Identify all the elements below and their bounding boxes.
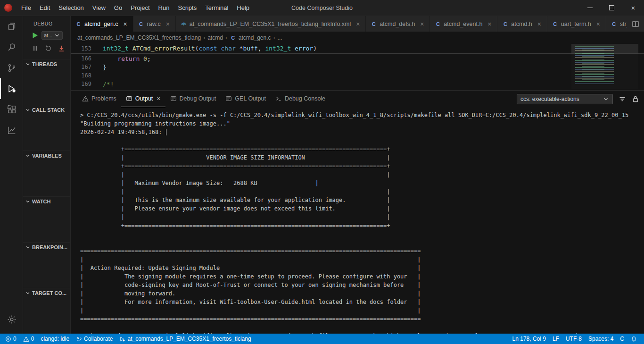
code-editor[interactable]: 166 return 0;167}168169/*! 153int32_t AT… [71, 44, 644, 90]
activity-settings[interactable] [0, 309, 23, 330]
error-icon [5, 336, 11, 342]
close-icon[interactable]: × [157, 95, 160, 102]
activity-source-control[interactable] [0, 58, 23, 78]
breadcrumb: at_commands_LP_EM_CC35X1_freertos_ticlan… [71, 32, 644, 44]
split-editor-icon[interactable] [632, 20, 639, 28]
breadcrumb-item[interactable]: at_commands_LP_EM_CC35X1_freertos_ticlan… [77, 34, 201, 41]
tab-label: atcmd_event.h [444, 21, 482, 27]
menu-view[interactable]: View [88, 0, 110, 16]
panel-tab-label: Output [135, 95, 153, 102]
output-icon [170, 95, 177, 102]
panel-tab-bar: ProblemsOutput×Debug OutputGEL OutputDeb… [77, 91, 330, 107]
minimize-button[interactable] [579, 0, 601, 16]
start-debug-icon[interactable] [31, 31, 39, 40]
output-line: | This is the maximum size available for… [80, 196, 644, 204]
lock-icon[interactable] [632, 95, 639, 103]
code-text: int32_t ATCmd_errorResult(const char *bu… [91, 45, 317, 52]
menu-scripts[interactable]: Scripts [173, 0, 201, 16]
output-line: | | [80, 170, 644, 179]
filter-icon[interactable] [619, 95, 626, 103]
breadcrumb-separator-icon: › [273, 34, 275, 41]
tab-uart-term-h[interactable]: Cuart_term.h× [547, 16, 606, 32]
close-icon[interactable]: × [486, 20, 493, 28]
menu-run[interactable]: Run [154, 0, 174, 16]
status-indentation[interactable]: Spaces: 4 [585, 334, 617, 344]
breadcrumb-item[interactable]: ... [278, 34, 282, 41]
section-header-target-co[interactable]: TARGET CO... [23, 288, 70, 296]
minimap-slider[interactable] [571, 44, 638, 54]
pause-button[interactable] [31, 44, 39, 54]
output-console[interactable]: > C:/CCS_20.4/ccs/utils/bin/gmake.exe -s… [71, 107, 644, 334]
panel-tab-problems[interactable]: Problems [77, 91, 121, 107]
tab-atcmd-event-h[interactable]: Catcmd_event.h× [430, 16, 497, 32]
restart-button[interactable] [44, 44, 52, 54]
status-collaborate[interactable]: Collaborate [73, 334, 116, 344]
tab-raw-c[interactable]: Craw.c× [133, 16, 176, 32]
restart-icon [44, 44, 52, 52]
panel-tab-output[interactable]: Output× [121, 91, 165, 107]
breadcrumb-separator-icon: › [225, 34, 227, 41]
tab-atcmd-gen-c[interactable]: Catcmd_gen.c× [71, 16, 133, 32]
status-errors[interactable]: 0 [2, 334, 20, 344]
status-encoding[interactable]: UTF-8 [562, 334, 585, 344]
menu-edit[interactable]: Edit [35, 0, 54, 16]
output-line: 2026-02-24 19:49:58,168: [80, 128, 644, 136]
code-text: return 0; [91, 55, 151, 62]
output-channel-label: ccs: executable-actions [520, 96, 579, 102]
section-header-call-stack[interactable]: CALL STACK [23, 105, 70, 113]
status-label: Spaces: 4 [588, 336, 613, 342]
panel-tab-debug-output[interactable]: Debug Output [165, 91, 221, 107]
activity-run-debug[interactable] [0, 78, 23, 99]
c-icon: C [502, 20, 509, 27]
breadcrumb-item[interactable]: atcmd [207, 34, 223, 41]
menu-terminal[interactable]: Terminal [201, 0, 232, 16]
maximize-button[interactable] [601, 0, 622, 16]
status-language[interactable]: C [617, 334, 627, 344]
panel-tab-gel-output[interactable]: GEL Output [221, 91, 271, 107]
disconnect-button[interactable] [58, 44, 66, 54]
output-channel-dropdown[interactable]: ccs: executable-actions [517, 94, 613, 104]
status-warnings[interactable]: 0 [20, 334, 38, 344]
close-icon[interactable]: × [165, 20, 171, 28]
close-icon[interactable]: × [595, 20, 602, 28]
section-header-watch[interactable]: WATCH [23, 197, 70, 204]
section-header-breakpoin[interactable]: BREAKPOIN... [23, 243, 70, 250]
menu-file[interactable]: File [17, 0, 35, 16]
status-eol[interactable]: LF [549, 334, 562, 344]
tab-at-commands-lp-em-cc35x1-freertos-ticlang-linkinfo-xml[interactable]: </>at_commands_LP_EM_CC35X1_freertos_tic… [176, 16, 366, 32]
section-header-threads[interactable]: THREADS [23, 59, 70, 67]
output-line: | The signing module requires a one-time… [80, 272, 644, 281]
close-button[interactable]: × [622, 0, 644, 16]
menu-bar: FileEditSelectionViewGoProjectRunScripts… [17, 0, 254, 16]
output-line: | moving forward. | [80, 289, 644, 298]
status-notifications[interactable] [627, 334, 640, 344]
section-header-variables[interactable]: VARIABLES [23, 151, 70, 159]
menu-help[interactable]: Help [232, 0, 254, 16]
tab-label: at_commands_LP_EM_CC35X1_freertos_ticlan… [190, 21, 351, 27]
status-debug-target[interactable]: at_commands_LP_EM_CC35X1_freertos_ticlan… [116, 334, 254, 344]
status-cursor-position[interactable]: Ln 178, Col 9 [509, 334, 549, 344]
tab-atcmd-h[interactable]: Catcmd.h× [497, 16, 547, 32]
tab-atcmd-defs-h[interactable]: Catcmd_defs.h× [366, 16, 430, 32]
activity-explorer[interactable] [0, 16, 23, 37]
panel-tab-debug-console[interactable]: Debug Console [271, 91, 330, 107]
menu-project[interactable]: Project [126, 0, 154, 16]
close-icon[interactable]: × [355, 20, 361, 28]
menu-selection[interactable]: Selection [54, 0, 88, 16]
tab-str-mp[interactable]: Cstr_mp... [606, 16, 627, 32]
menu-go[interactable]: Go [110, 0, 126, 16]
minimap[interactable] [571, 44, 638, 89]
breadcrumb-item[interactable]: Catcmd_gen.c [230, 34, 271, 42]
activity-analysis[interactable] [0, 120, 23, 141]
launch-config-dropdown[interactable]: at... [41, 31, 63, 40]
activity-search[interactable] [0, 37, 23, 58]
close-icon[interactable]: × [536, 20, 543, 28]
text-cursor [166, 129, 166, 135]
close-icon[interactable]: × [122, 20, 129, 28]
c-icon: C [138, 20, 145, 27]
status-clangd[interactable]: clangd: idle [37, 334, 73, 344]
activity-bar [0, 16, 23, 334]
tab-label: atcmd.h [511, 21, 532, 27]
activity-extensions[interactable] [0, 99, 23, 120]
close-icon[interactable]: × [419, 20, 425, 28]
